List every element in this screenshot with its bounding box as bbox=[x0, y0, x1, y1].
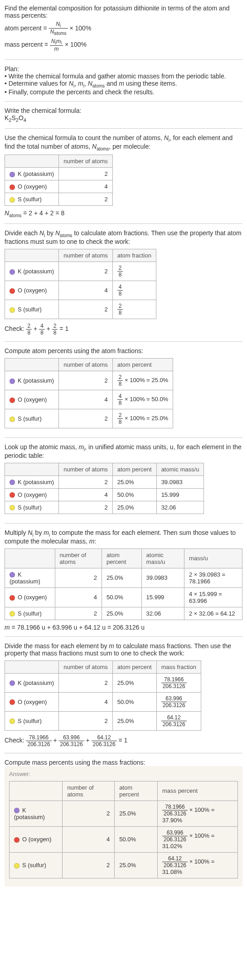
atom-pct-table: number of atomsatom percent K (potassium… bbox=[5, 358, 173, 428]
element-dot-icon bbox=[10, 718, 15, 724]
answer-table: number of atomsatom percentmass percent … bbox=[9, 781, 238, 878]
element-dot-icon bbox=[10, 184, 15, 190]
mass-pct-intro: Compute mass percents using the mass fra… bbox=[5, 759, 242, 766]
count-atoms-section: Use the chemical formula to count the nu… bbox=[5, 134, 242, 224]
plan-bullet-2: • Determine values for Ni, mi, Natoms an… bbox=[5, 80, 242, 88]
element-dot-icon bbox=[10, 680, 15, 686]
multiply-section: Multiply Ni by mi to compute the mass fo… bbox=[5, 529, 242, 637]
atomic-mass-table: number of atomsatom percentatomic mass/u… bbox=[5, 463, 204, 514]
mass-frac-table: number of atomsatom percentmass fraction… bbox=[5, 660, 201, 731]
table-row: K (potassium)225.0%39.09832 × 39.0983 = … bbox=[5, 568, 242, 587]
element-dot-icon bbox=[10, 307, 15, 313]
table-row: K (potassium)225.0%78.1966206.3126 × 100… bbox=[10, 800, 238, 826]
atom-pct-intro: Compute atom percents using the atom fra… bbox=[5, 347, 242, 354]
element-dot-icon bbox=[14, 863, 19, 868]
element-dot-icon bbox=[10, 378, 15, 384]
table-row: O (oxygen)450.0%15.9994 × 15.999 = 63.99… bbox=[5, 587, 242, 607]
element-dot-icon bbox=[10, 505, 15, 510]
atom-fractions-section: Divide each Ni by Natoms to calculate at… bbox=[5, 229, 242, 342]
element-dot-icon bbox=[10, 572, 15, 577]
element-dot-icon bbox=[10, 288, 15, 294]
atomic-mass-section: Look up the atomic mass, mi, in unified … bbox=[5, 443, 242, 524]
count-table: number of atoms K (potassium)2 O (oxygen… bbox=[5, 155, 113, 206]
mass-frac-intro: Divide the mass for each element by m to… bbox=[5, 642, 242, 657]
mass-fractions-section: Divide the mass for each element by m to… bbox=[5, 642, 242, 753]
chem-formula-heading: Write the chemical formula: bbox=[5, 107, 242, 114]
element-dot-icon bbox=[10, 699, 15, 705]
plan-bullet-1: • Write the chemical formula and gather … bbox=[5, 73, 242, 80]
table-row: S (sulfur)225.0%32.06 bbox=[5, 501, 204, 514]
table-row: O (oxygen)450.0%15.999 bbox=[5, 488, 204, 501]
table-row: K (potassium)228 bbox=[5, 262, 156, 281]
element-dot-icon bbox=[10, 398, 15, 403]
atom-frac-intro: Divide each Ni by Natoms to calculate at… bbox=[5, 229, 242, 245]
element-dot-icon bbox=[10, 595, 15, 601]
table-row: S (sulfur)225.0%64.12206.3126 bbox=[5, 711, 201, 730]
atom-percent-formula: atom percent = Ni Natoms × 100% bbox=[5, 21, 242, 36]
multiply-intro: Multiply Ni by mi to compute the mass fo… bbox=[5, 529, 242, 545]
table-row: K (potassium)225.0%39.0983 bbox=[5, 475, 204, 488]
element-dot-icon bbox=[10, 611, 15, 616]
table-row: K (potassium)2 bbox=[5, 168, 113, 180]
table-row: O (oxygen)450.0%63.996206.3126 bbox=[5, 692, 201, 711]
element-dot-icon bbox=[14, 808, 19, 813]
element-dot-icon bbox=[10, 172, 15, 177]
count-intro: Use the chemical formula to count the nu… bbox=[5, 134, 242, 151]
plan-section: Plan: • Write the chemical formula and g… bbox=[5, 65, 242, 102]
atom-frac-check: Check: 28 + 48 + 28 = 1 bbox=[5, 323, 242, 336]
table-row: S (sulfur)225.0%32.062 × 32.06 = 64.12 bbox=[5, 607, 242, 620]
mass-percent-formula: mass percent = Nimi m × 100% bbox=[5, 38, 242, 52]
atomic-mass-intro: Look up the atomic mass, mi, in unified … bbox=[5, 443, 242, 459]
element-dot-icon bbox=[10, 480, 15, 485]
chem-formula-section: Write the chemical formula: K2S2O4 bbox=[5, 107, 242, 129]
element-dot-icon bbox=[10, 417, 15, 422]
answer-label: Answer: bbox=[9, 771, 238, 777]
molecular-mass-sum: m = 78.1966 u + 63.996 u + 64.12 u = 206… bbox=[5, 624, 242, 631]
table-row: S (sulfur)2 bbox=[5, 193, 113, 206]
table-row: O (oxygen)448 × 100% = 50.0% bbox=[5, 390, 173, 409]
table-row: K (potassium)228 × 100% = 25.0% bbox=[5, 371, 173, 390]
plan-bullet-3: • Finally, compute the percents and chec… bbox=[5, 88, 242, 96]
multiply-table: number of atomsatom percentatomic mass/u… bbox=[5, 548, 242, 620]
table-row: O (oxygen)448 bbox=[5, 281, 156, 300]
table-row: S (sulfur)228 bbox=[5, 300, 156, 319]
table-row: O (oxygen)450.0%63.996206.3126 × 100% = … bbox=[10, 826, 238, 852]
element-dot-icon bbox=[10, 269, 15, 275]
natoms-sum: Natoms = 2 + 4 + 2 = 8 bbox=[5, 209, 242, 218]
answer-box: Answer: number of atomsatom percentmass … bbox=[5, 766, 242, 887]
atom-frac-table: number of atomsatom fraction K (potassiu… bbox=[5, 249, 156, 319]
atom-percents-section: Compute atom percents using the atom fra… bbox=[5, 347, 242, 438]
element-dot-icon bbox=[10, 197, 15, 203]
table-row: O (oxygen)4 bbox=[5, 180, 113, 193]
table-row: S (sulfur)225.0%64.12206.3126 × 100% = 3… bbox=[10, 852, 238, 878]
mass-frac-check: Check: 78.1966206.3126 + 63.996206.3126 … bbox=[5, 734, 242, 747]
plan-heading: Plan: bbox=[5, 65, 242, 73]
element-dot-icon bbox=[10, 492, 15, 498]
chem-formula: K2S2O4 bbox=[5, 114, 242, 123]
mass-percents-section: Compute mass percents using the mass fra… bbox=[5, 759, 242, 887]
prompt-text: Find the elemental composition for potas… bbox=[5, 5, 242, 19]
intro-section: Find the elemental composition for potas… bbox=[5, 5, 242, 60]
table-row: S (sulfur)228 × 100% = 25.0% bbox=[5, 409, 173, 428]
element-dot-icon bbox=[14, 837, 19, 843]
table-row: K (potassium)225.0%78.1966206.3126 bbox=[5, 673, 201, 692]
